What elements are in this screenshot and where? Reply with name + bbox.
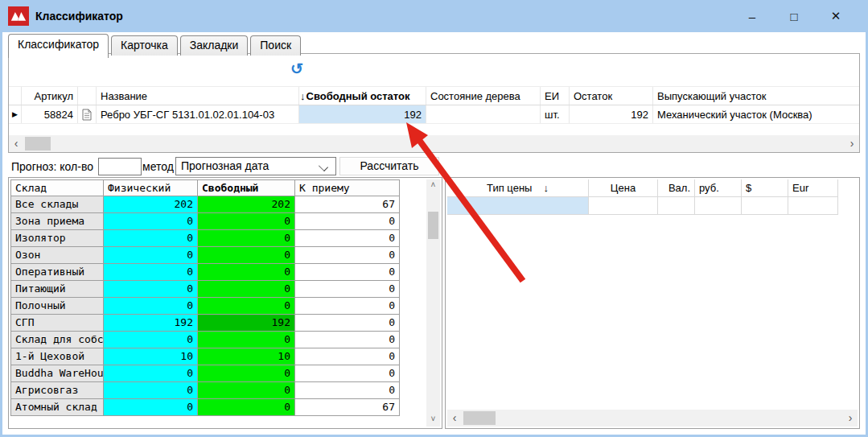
table-row[interactable]: Склад для собстве000 <box>10 332 400 348</box>
price-type-cell[interactable] <box>447 197 589 215</box>
undo-icon[interactable]: ↺ <box>286 60 307 79</box>
hscroll-thumb[interactable] <box>25 137 51 150</box>
minimize-button[interactable]: – <box>731 10 773 23</box>
col-incoming[interactable]: К приему <box>295 179 400 196</box>
incoming-cell[interactable]: 0 <box>295 247 400 264</box>
table-row[interactable]: Питающий000 <box>10 281 400 298</box>
warehouse-name-cell[interactable]: 1-й Цеховой <box>10 348 104 365</box>
tab-card[interactable]: Карточка <box>111 35 178 56</box>
incoming-cell[interactable]: 0 <box>295 298 400 315</box>
physical-cell[interactable]: 0 <box>104 281 198 298</box>
col-free[interactable]: Свободный <box>198 179 295 196</box>
physical-cell[interactable]: 0 <box>104 298 198 315</box>
scroll-right-icon[interactable]: › <box>845 135 859 152</box>
table-row[interactable]: Оперативный000 <box>10 264 400 281</box>
warehouse-name-cell[interactable]: Озон <box>10 247 104 264</box>
physical-cell[interactable]: 0 <box>104 230 198 247</box>
table-row[interactable]: Полочный000 <box>10 298 400 315</box>
close-button[interactable]: ✕ <box>815 9 857 23</box>
free-cell[interactable]: 0 <box>198 230 295 247</box>
tree-state-cell[interactable] <box>426 105 541 123</box>
scroll-down-icon[interactable]: ˅ <box>426 414 440 427</box>
warehouse-name-cell[interactable]: Оперативный <box>10 264 104 281</box>
col-price[interactable]: Цена <box>589 179 658 197</box>
warehouse-name-cell[interactable]: Buddha WareHouse <box>10 365 104 382</box>
col-eur[interactable]: Eur <box>788 179 838 197</box>
warehouse-name-cell[interactable]: Склад для собстве <box>10 332 104 348</box>
table-row[interactable]: Атомный склад0067 <box>10 399 400 416</box>
articul-cell[interactable]: 58824 <box>22 105 78 123</box>
free-cell[interactable]: 0 <box>198 382 295 399</box>
warehouse-vscrollbar[interactable]: ˄ ˅ <box>426 179 440 427</box>
incoming-cell[interactable]: 0 <box>295 348 400 365</box>
item-grid-hscrollbar[interactable]: ‹ › <box>9 135 859 152</box>
physical-cell[interactable]: 0 <box>104 365 198 382</box>
warehouse-name-cell[interactable]: Все склады <box>10 196 104 213</box>
section-cell[interactable]: Механический участок (Москва) <box>653 105 859 123</box>
incoming-cell[interactable]: 0 <box>295 365 400 382</box>
price-hscrollbar[interactable]: ‹ › <box>447 410 858 427</box>
tab-bookmarks[interactable]: Закладки <box>180 35 249 56</box>
incoming-cell[interactable]: 0 <box>295 264 400 281</box>
eur-cell[interactable] <box>788 197 838 215</box>
physical-cell[interactable]: 0 <box>104 399 198 416</box>
warehouse-name-cell[interactable]: Агрисовгаз <box>10 382 104 399</box>
warehouse-name-cell[interactable]: Питающий <box>10 281 104 298</box>
table-row[interactable]: Все склады20220267 <box>10 196 400 213</box>
col-balance[interactable]: Остаток <box>570 87 653 105</box>
scroll-left-icon[interactable]: ‹ <box>447 410 462 427</box>
rub-cell[interactable] <box>695 197 742 215</box>
col-physical[interactable]: Физический <box>104 179 198 196</box>
calculate-button[interactable]: Рассчитать <box>339 157 439 175</box>
table-row[interactable]: 1-й Цеховой10100 <box>10 348 400 365</box>
col-usd[interactable]: $ <box>742 179 788 197</box>
col-unit[interactable]: ЕИ <box>541 87 570 105</box>
usd-cell[interactable] <box>742 197 788 215</box>
physical-cell[interactable]: 192 <box>104 315 198 332</box>
forecast-quantity-input[interactable] <box>98 158 142 175</box>
free-cell[interactable]: 0 <box>198 365 295 382</box>
col-warehouse[interactable]: Склад <box>10 179 104 196</box>
incoming-cell[interactable]: 0 <box>295 281 400 298</box>
incoming-cell[interactable]: 67 <box>295 196 400 213</box>
table-row[interactable]: СГП1921920 <box>10 315 400 332</box>
col-free-balance[interactable]: ↓ Свободный остаток <box>299 87 426 105</box>
col-articul[interactable]: Артикул <box>22 87 78 105</box>
free-cell[interactable]: 202 <box>198 196 295 213</box>
free-cell[interactable]: 0 <box>198 281 295 298</box>
balance-cell[interactable]: 192 <box>570 105 653 123</box>
price-cell[interactable] <box>589 197 658 215</box>
free-balance-cell[interactable]: 192 <box>299 105 426 123</box>
incoming-cell[interactable]: 0 <box>295 230 400 247</box>
scroll-up-icon[interactable]: ˄ <box>426 179 440 192</box>
incoming-cell[interactable]: 0 <box>295 332 400 348</box>
physical-cell[interactable]: 0 <box>104 332 198 348</box>
physical-cell[interactable]: 10 <box>104 348 198 365</box>
table-row[interactable]: Buddha WareHouse000 <box>10 365 400 382</box>
maximize-button[interactable]: □ <box>773 10 815 23</box>
scroll-left-icon[interactable]: ‹ <box>9 135 23 152</box>
incoming-cell[interactable]: 0 <box>295 213 400 230</box>
free-cell[interactable]: 0 <box>198 264 295 281</box>
free-cell[interactable]: 0 <box>198 247 295 264</box>
document-icon[interactable] <box>78 105 97 123</box>
col-rub[interactable]: руб. <box>695 179 742 197</box>
method-combobox[interactable]: Прогнозная дата <box>175 157 336 175</box>
currency-cell[interactable] <box>658 197 695 215</box>
physical-cell[interactable]: 0 <box>104 213 198 230</box>
physical-cell[interactable]: 0 <box>104 247 198 264</box>
incoming-cell[interactable]: 0 <box>295 382 400 399</box>
item-row[interactable]: ▶ 58824 Ребро УБГ-СГ 5131.01.02.01.104-0… <box>9 105 859 124</box>
vscroll-thumb[interactable] <box>428 212 438 239</box>
warehouse-name-cell[interactable]: Изолятор <box>10 230 104 247</box>
warehouse-name-cell[interactable]: Зона приема <box>10 213 104 230</box>
free-cell[interactable]: 0 <box>198 213 295 230</box>
price-hscroll-thumb[interactable] <box>463 411 496 425</box>
incoming-cell[interactable]: 0 <box>295 315 400 332</box>
physical-cell[interactable]: 0 <box>104 382 198 399</box>
free-cell[interactable]: 192 <box>198 315 295 332</box>
physical-cell[interactable]: 202 <box>104 196 198 213</box>
incoming-cell[interactable]: 67 <box>295 399 400 416</box>
scroll-right-icon[interactable]: › <box>843 410 858 427</box>
tab-search[interactable]: Поиск <box>250 35 301 56</box>
